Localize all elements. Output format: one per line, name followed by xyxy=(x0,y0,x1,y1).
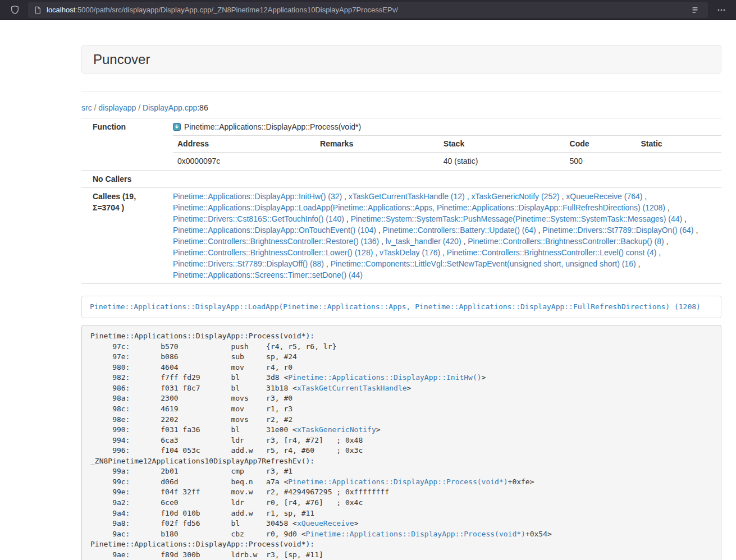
column-header-remarks: Remarks xyxy=(316,136,439,153)
breadcrumb-link-file[interactable]: DisplayApp.cpp xyxy=(143,103,197,112)
callee-link[interactable]: Pinetime::Controllers::Battery::Update()… xyxy=(383,226,536,235)
column-header-address: Address xyxy=(173,136,316,153)
selected-callee-box: Pinetime::Applications::DisplayApp::Load… xyxy=(81,296,721,318)
breadcrumb-separator: / xyxy=(94,103,97,112)
column-header-code: Code xyxy=(565,136,637,153)
disassembly-symbol-link[interactable]: Pinetime::Applications::DisplayApp::Proc… xyxy=(306,530,525,538)
callee-link[interactable]: Pinetime::Controllers::BrightnessControl… xyxy=(447,248,656,257)
callee-link[interactable]: xQueueReceive (764) xyxy=(566,192,642,201)
disassembly-code: Pinetime::Applications::DisplayApp::Proc… xyxy=(81,325,721,560)
url-text: localhost:5000/path/src/displayapp/Displ… xyxy=(47,6,688,14)
callee-link[interactable]: Pinetime::Controllers::BrightnessControl… xyxy=(173,237,379,246)
callee-separator: , xyxy=(642,192,647,201)
callee-separator: , xyxy=(465,192,472,201)
callee-separator: , xyxy=(560,192,566,201)
symbol-line: Pinetime::Applications::DisplayApp::Proc… xyxy=(173,121,721,132)
callee-separator: , xyxy=(440,248,447,257)
callee-link[interactable]: Pinetime::Drivers::St7789::DisplayOn() (… xyxy=(542,226,693,235)
function-cell: Pinetime::Applications::DisplayApp::Proc… xyxy=(168,118,721,171)
callee-separator: , xyxy=(373,248,380,257)
callee-separator: , xyxy=(342,192,349,201)
page-title: Puncover xyxy=(93,52,150,67)
no-callers-row: No Callers xyxy=(81,171,721,188)
breadcrumb-link-src[interactable]: src xyxy=(81,103,92,112)
disassembly-symbol-link[interactable]: xQueueReceive xyxy=(297,519,354,527)
callee-link[interactable]: xTaskGetCurrentTaskHandle (12) xyxy=(349,192,465,201)
callee-link[interactable]: Pinetime::Controllers::BrightnessControl… xyxy=(468,237,664,246)
breadcrumb: src / displayapp / DisplayApp.cpp:86 xyxy=(81,102,721,113)
callee-link[interactable]: Pinetime::Controllers::BrightnessControl… xyxy=(173,248,373,257)
breadcrumb-separator: / xyxy=(138,103,140,112)
stack-value: 40 (static) xyxy=(439,153,565,171)
callee-link[interactable]: Pinetime::Applications::DisplayApp::Init… xyxy=(173,192,342,201)
callee-link[interactable]: Pinetime::Components::LittleVgl::SetNewT… xyxy=(331,259,636,268)
reader-view-button[interactable] xyxy=(688,3,702,17)
url-bar[interactable]: localhost:5000/path/src/displayapp/Displ… xyxy=(28,2,708,18)
callee-link[interactable]: lv_task_handler (420) xyxy=(386,237,461,246)
callee-separator: , xyxy=(664,237,669,246)
selected-callee-link[interactable]: Pinetime::Applications::DisplayApp::Load… xyxy=(90,302,701,311)
callee-separator: , xyxy=(379,237,386,246)
address-value: 0x0000097c xyxy=(173,153,316,171)
callee-link[interactable]: Pinetime::Applications::DisplayApp::Load… xyxy=(173,203,665,212)
disassembly-symbol-link[interactable]: xTaskGetCurrentTaskHandle xyxy=(297,384,407,392)
no-callers-label: No Callers xyxy=(81,171,168,188)
callee-separator: , xyxy=(344,214,351,223)
function-label: Function xyxy=(81,118,168,171)
callee-link[interactable]: xTaskGenericNotify (252) xyxy=(471,192,559,201)
url-path: :5000/path/src/displayapp/DisplayApp.cpp… xyxy=(75,6,398,14)
column-header-static: Static xyxy=(637,136,721,153)
callee-separator: , xyxy=(665,203,670,212)
code-size-value: 500 xyxy=(565,153,637,171)
symbol-stats-table: Address Remarks Stack Code Static 0x0000… xyxy=(173,135,721,170)
function-table: Function Pinetime::Applications::Display… xyxy=(81,118,721,284)
disassembly-symbol-link[interactable]: Pinetime::Applications::DisplayApp::Init… xyxy=(288,373,481,382)
callees-list: Pinetime::Applications::DisplayApp::Init… xyxy=(168,188,721,284)
callee-link[interactable]: Pinetime::Drivers::Cst816S::GetTouchInfo… xyxy=(173,214,344,223)
divider xyxy=(81,91,721,91)
remarks-value xyxy=(316,153,439,171)
callee-separator: , xyxy=(376,226,383,235)
disassembly-symbol-link[interactable]: Pinetime::Applications::DisplayApp::Proc… xyxy=(288,478,508,486)
callee-separator: , xyxy=(324,259,331,268)
callee-link[interactable]: Pinetime::Applications::Screens::Timer::… xyxy=(173,270,363,279)
app-header: Puncover xyxy=(81,45,721,74)
column-header-stack: Stack xyxy=(439,136,565,153)
callee-separator: , xyxy=(636,259,641,268)
browser-menu-button[interactable] xyxy=(712,2,730,18)
callee-link[interactable]: Pinetime::Drivers::St7789::DisplayOff() … xyxy=(173,259,324,268)
page-icon xyxy=(34,6,42,14)
function-symbol-icon xyxy=(173,123,181,131)
breadcrumb-line-number: :86 xyxy=(197,103,208,112)
symbol-name: Pinetime::Applications::DisplayApp::Proc… xyxy=(184,122,361,131)
no-callers-cell xyxy=(168,171,721,188)
callee-separator: , xyxy=(656,248,661,257)
tracking-protection-button[interactable] xyxy=(6,2,24,18)
callee-link[interactable]: Pinetime::System::SystemTask::PushMessag… xyxy=(351,214,683,223)
stats-value-row: 0x0000097c 40 (static) 500 xyxy=(173,153,721,171)
callees-label: Callees (19, Σ=3704 ) xyxy=(81,188,168,284)
url-host: localhost xyxy=(47,6,75,14)
disassembly-symbol-link[interactable]: xTaskGenericNotify xyxy=(297,425,376,434)
callee-separator: , xyxy=(536,226,543,235)
function-row: Function Pinetime::Applications::Display… xyxy=(81,118,721,171)
callee-separator: , xyxy=(461,237,468,246)
page-content: Puncover src / displayapp / DisplayApp.c… xyxy=(81,45,721,560)
callees-row: Callees (19, Σ=3704 ) Pinetime::Applicat… xyxy=(81,188,721,284)
static-value xyxy=(637,153,721,171)
callee-link[interactable]: Pinetime::Applications::DisplayApp::OnTo… xyxy=(173,226,376,235)
shield-icon xyxy=(10,5,20,15)
reader-view-icon xyxy=(691,6,699,14)
callee-link[interactable]: vTaskDelay (176) xyxy=(380,248,440,257)
browser-toolbar: localhost:5000/path/src/displayapp/Displ… xyxy=(0,0,736,20)
stats-header-row: Address Remarks Stack Code Static xyxy=(173,136,721,153)
callee-separator: , xyxy=(682,214,687,223)
ellipsis-menu-icon xyxy=(717,6,726,15)
callee-separator: , xyxy=(694,226,698,235)
breadcrumb-link-displayapp[interactable]: displayapp xyxy=(98,103,136,112)
